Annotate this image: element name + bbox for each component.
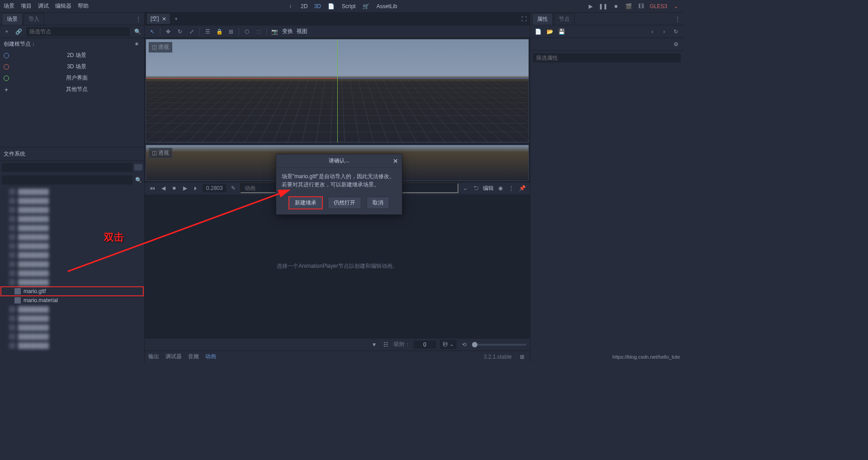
zoom-slider[interactable] bbox=[472, 344, 526, 346]
dock-menu-icon[interactable]: ⋮ bbox=[134, 15, 142, 23]
anim-next-icon[interactable]: ▶ bbox=[181, 184, 189, 192]
fs-item[interactable]: ████████ bbox=[1, 223, 143, 232]
tab-animation[interactable]: 动画 bbox=[205, 353, 216, 360]
history-icon[interactable]: ↻ bbox=[672, 28, 680, 36]
chevron-down-icon[interactable]: ⌄ bbox=[672, 2, 680, 10]
tab-properties[interactable]: 属性 bbox=[532, 13, 553, 25]
local-space-icon[interactable]: ⬡ bbox=[243, 28, 251, 36]
tab-node[interactable]: 节点 bbox=[554, 13, 575, 25]
close-icon[interactable]: ✕ bbox=[393, 157, 398, 165]
viewport-main[interactable]: ◫ 透视 bbox=[146, 39, 529, 143]
fs-item[interactable]: ████████ bbox=[1, 232, 143, 242]
add-scene-icon[interactable]: + bbox=[172, 15, 180, 23]
fs-item[interactable]: ████████ bbox=[1, 278, 143, 287]
anim-dropdown-icon[interactable]: ⌄ bbox=[461, 184, 469, 192]
fs-item[interactable]: mario.gltf bbox=[1, 287, 143, 296]
scale-tool-icon[interactable]: ⤢ bbox=[188, 28, 196, 36]
search-icon[interactable]: 🔍 bbox=[133, 28, 142, 36]
fs-item[interactable]: ████████ bbox=[1, 260, 143, 269]
menu-project[interactable]: 项目 bbox=[21, 2, 32, 10]
lock-icon[interactable]: 🔒 bbox=[215, 28, 223, 36]
renderer-select[interactable]: GLES3 bbox=[650, 3, 667, 9]
fs-item[interactable]: ████████ bbox=[1, 242, 143, 251]
search-icon[interactable]: 🔍 bbox=[134, 176, 142, 184]
filter-properties-input[interactable] bbox=[533, 53, 681, 62]
anim-pin-icon[interactable]: 📌 bbox=[518, 184, 526, 192]
fs-search-input[interactable] bbox=[2, 175, 132, 185]
favorite-icon[interactable]: ★ bbox=[132, 40, 141, 48]
filter-icon[interactable]: ▼ bbox=[370, 341, 378, 349]
resource-save-icon[interactable]: 💾 bbox=[557, 28, 566, 36]
fs-item[interactable]: mario.material bbox=[1, 296, 143, 305]
tab-audio[interactable]: 音频 bbox=[188, 353, 199, 360]
distraction-free-icon[interactable]: ⛶ bbox=[520, 15, 528, 23]
anim-more-icon[interactable]: ⋮ bbox=[507, 184, 515, 192]
root-option-other[interactable]: + 其他节点 bbox=[0, 84, 144, 95]
transform-menu[interactable]: 变换 bbox=[282, 28, 293, 35]
menu-help[interactable]: 帮助 bbox=[78, 2, 89, 10]
anim-edit-menu[interactable]: 编辑 bbox=[483, 185, 494, 192]
fs-item[interactable]: ████████ bbox=[1, 314, 143, 323]
viewport-badge[interactable]: ◫ 透视 bbox=[149, 42, 172, 52]
rotate-tool-icon[interactable]: ↻ bbox=[176, 28, 184, 36]
workspace-2d[interactable]: 2D bbox=[301, 3, 307, 9]
list-view-icon[interactable] bbox=[134, 164, 142, 171]
close-icon[interactable]: ✕ bbox=[162, 16, 166, 22]
dock-menu-icon[interactable]: ⋮ bbox=[674, 15, 682, 23]
menu-debug[interactable]: 调试 bbox=[38, 2, 49, 10]
move-tool-icon[interactable]: ✥ bbox=[164, 28, 172, 36]
layout-icon[interactable]: ⊞ bbox=[518, 353, 526, 361]
fs-item[interactable]: ████████ bbox=[1, 305, 143, 314]
anim-time-edit-icon[interactable]: ✎ bbox=[229, 184, 237, 192]
fs-item[interactable]: ████████ bbox=[1, 269, 143, 278]
anim-first-icon[interactable]: ⏮ bbox=[148, 184, 156, 192]
resource-new-icon[interactable]: 📄 bbox=[534, 28, 542, 36]
history-back-icon[interactable]: ‹ bbox=[648, 28, 656, 36]
fs-item[interactable]: ████████ bbox=[1, 341, 143, 350]
fs-view-toggle[interactable] bbox=[134, 164, 142, 171]
root-option-3d[interactable]: 3D 场景 bbox=[0, 61, 144, 72]
fs-item[interactable]: ████████ bbox=[1, 323, 143, 332]
tab-scene[interactable]: 场景 bbox=[2, 13, 23, 25]
workspace-script[interactable]: Script bbox=[342, 3, 356, 9]
history-fwd-icon[interactable]: › bbox=[660, 28, 668, 36]
link-icon[interactable]: 🔗 bbox=[14, 28, 23, 36]
list-tool-icon[interactable]: ☰ bbox=[203, 28, 212, 36]
group-icon[interactable]: ⊞ bbox=[227, 28, 235, 36]
anim-prev-icon[interactable]: ◀ bbox=[159, 184, 167, 192]
anim-stop-icon[interactable]: ■ bbox=[170, 184, 178, 192]
fs-path-input[interactable] bbox=[2, 163, 132, 172]
anim-autoplay-icon[interactable]: ⮌ bbox=[472, 184, 480, 192]
snap-toggle-icon[interactable]: ☷ bbox=[382, 341, 390, 349]
stop-icon[interactable]: ■ bbox=[612, 2, 620, 10]
fs-item[interactable]: ████████ bbox=[1, 332, 143, 341]
pause-icon[interactable]: ❚❚ bbox=[599, 2, 607, 10]
anim-play-icon[interactable]: ⏵ bbox=[192, 184, 200, 192]
tab-debugger[interactable]: 调试器 bbox=[165, 353, 182, 360]
menu-editor[interactable]: 编辑器 bbox=[55, 2, 71, 10]
cancel-button[interactable]: 取消 bbox=[367, 197, 389, 209]
snap-icon[interactable]: ⸬ bbox=[255, 28, 263, 36]
zoom-reset-icon[interactable]: ⟲ bbox=[460, 341, 468, 349]
snap-value-input[interactable] bbox=[414, 341, 436, 349]
select-tool-icon[interactable]: ↖ bbox=[148, 28, 156, 36]
tab-import[interactable]: 导入 bbox=[24, 13, 44, 25]
new-inherited-button[interactable]: 新建继承 bbox=[289, 197, 322, 209]
object-menu-icon[interactable]: ⚙ bbox=[672, 40, 680, 48]
view-menu[interactable]: 视图 bbox=[297, 28, 307, 35]
fs-item[interactable]: ████████ bbox=[1, 196, 143, 205]
camera-icon[interactable]: 📷 bbox=[270, 28, 278, 36]
play-custom-icon[interactable]: 🎞 bbox=[637, 2, 645, 10]
play-scene-icon[interactable]: 🎬 bbox=[624, 2, 632, 10]
dialog-titlebar[interactable]: 请确认... ✕ bbox=[276, 154, 402, 168]
fs-item[interactable]: ████████ bbox=[1, 214, 143, 223]
workspace-3d[interactable]: 3D bbox=[314, 3, 321, 9]
open-anyway-button[interactable]: 仍然打开 bbox=[328, 197, 361, 209]
root-option-ui[interactable]: 用户界面 bbox=[0, 72, 144, 84]
resource-load-icon[interactable]: 📂 bbox=[546, 28, 554, 36]
scene-tab-empty[interactable]: [空] ✕ bbox=[146, 13, 170, 24]
workspace-assetlib[interactable]: AssetLib bbox=[377, 3, 397, 9]
menu-scene[interactable]: 场景 bbox=[4, 2, 14, 10]
zoom-handle[interactable] bbox=[472, 342, 477, 347]
tab-output[interactable]: 输出 bbox=[148, 353, 159, 360]
